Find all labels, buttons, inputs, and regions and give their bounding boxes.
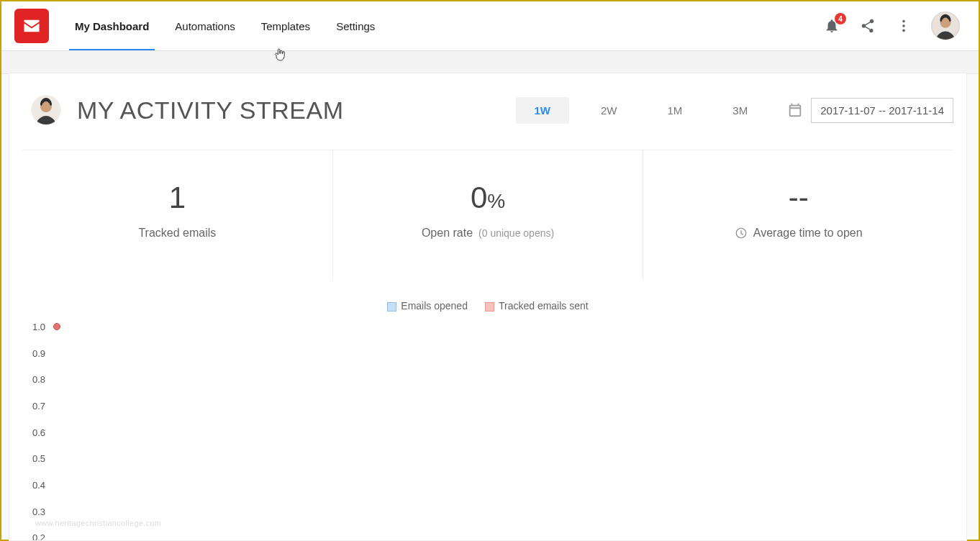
- legend-swatch-blue-icon: [387, 302, 396, 312]
- svg-point-0: [902, 20, 905, 23]
- nav-tab-label: My Dashboard: [75, 20, 149, 32]
- stat-value: --: [656, 181, 940, 215]
- stat-label: Open rate: [422, 227, 473, 240]
- chart-ytick: 0.9: [32, 347, 45, 358]
- nav-tab-automations[interactable]: Automations: [175, 1, 235, 50]
- app-logo[interactable]: [14, 9, 49, 43]
- activity-card: MY ACTIVITY STREAM 1W 2W 1M 3M 2017-11-0…: [9, 73, 967, 541]
- range-1m[interactable]: 1M: [649, 97, 702, 124]
- stat-open-rate: 0% Open rate (0 unique opens): [333, 150, 644, 280]
- chart-ytick: 0.5: [32, 453, 45, 464]
- percent-symbol: %: [487, 190, 505, 212]
- range-3m[interactable]: 3M: [714, 97, 766, 124]
- chart-ytick: 0.8: [32, 374, 45, 385]
- calendar-icon[interactable]: [786, 101, 804, 119]
- stat-sublabel: (0 unique opens): [478, 227, 554, 239]
- svg-point-2: [902, 29, 905, 32]
- page-title: MY ACTIVITY STREAM: [77, 96, 343, 124]
- stat-label: Average time to open: [753, 227, 863, 240]
- chart-ytick: 0.6: [32, 427, 45, 437]
- nav-tab-templates[interactable]: Templates: [261, 1, 310, 50]
- nav-tab-label: Automations: [175, 20, 235, 32]
- range-1w[interactable]: 1W: [516, 97, 570, 124]
- stat-label: Tracked emails: [35, 227, 319, 240]
- stat-avg-time: -- Average time to open: [643, 150, 953, 280]
- chart-point-marker: [53, 323, 60, 330]
- range-2w[interactable]: 2W: [582, 97, 636, 124]
- notifications-badge: 4: [835, 13, 846, 24]
- nav-tab-label: Settings: [336, 20, 375, 32]
- chart-ytick: 0.7: [32, 401, 45, 412]
- stat-value: 0: [471, 181, 487, 214]
- notifications-icon[interactable]: 4: [823, 17, 840, 35]
- svg-point-1: [902, 24, 905, 27]
- watermark-text: www.heritagechristiancollege.com: [35, 519, 161, 527]
- profile-avatar: [31, 95, 61, 125]
- chart-ytick: 0.3: [32, 506, 45, 517]
- legend-item-opened: Emails opened: [387, 300, 468, 312]
- chart-legend: Emails opened Tracked emails sent: [22, 300, 953, 312]
- stat-value: 1: [35, 181, 319, 215]
- chart-area: 1.00.90.80.70.60.50.40.30.20.1: [32, 323, 943, 541]
- chart-ytick: 0.4: [32, 480, 45, 491]
- legend-item-sent: Tracked emails sent: [485, 300, 589, 312]
- legend-swatch-red-icon: [485, 302, 494, 312]
- nav-tab-dashboard[interactable]: My Dashboard: [75, 1, 149, 50]
- clock-icon: [735, 227, 748, 240]
- user-avatar[interactable]: [931, 12, 960, 40]
- more-icon[interactable]: [895, 17, 912, 35]
- date-range-field[interactable]: 2017-11-07 -- 2017-11-14: [811, 98, 953, 123]
- share-icon[interactable]: [859, 17, 876, 35]
- chart-ytick: 1.0: [32, 322, 45, 332]
- stat-tracked-emails: 1 Tracked emails: [22, 150, 333, 280]
- nav-tab-settings[interactable]: Settings: [336, 1, 375, 50]
- chart-ytick: 0.2: [32, 532, 45, 541]
- nav-tab-label: Templates: [261, 20, 310, 32]
